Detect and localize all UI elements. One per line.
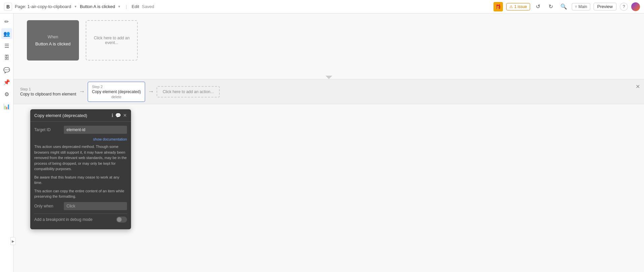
sidebar-item-chat[interactable]: 💬	[1, 65, 12, 75]
add-event-text: Click here to add an event...	[92, 36, 132, 45]
when-trigger: Button A is clicked	[35, 41, 71, 46]
step1-content: Copy to clipboard from element	[20, 92, 76, 96]
target-id-input[interactable]	[64, 126, 127, 134]
step1-label: Step 1	[20, 87, 76, 91]
show-docs-link[interactable]: show documentation	[34, 137, 127, 141]
help-button[interactable]: ?	[620, 3, 628, 11]
main-area: When Button A is clicked Click here to a…	[13, 13, 644, 272]
canvas-arrow	[326, 76, 332, 79]
close-steps-button[interactable]: ✕	[636, 83, 640, 90]
only-when-label: Only when	[34, 204, 61, 208]
sidebar-item-list[interactable]: ☰	[1, 40, 12, 51]
add-action-box[interactable]: Click here to add an action...	[157, 86, 220, 98]
panel-comment-button[interactable]: 💬	[115, 113, 121, 118]
step2-item: Step 2 Copy element (deprecated) delete	[88, 82, 145, 102]
panel-title: Copy element (deprecated)	[34, 113, 110, 118]
sidebar-item-pin[interactable]: 📌	[1, 77, 12, 87]
steps-bar: ✕ Step 1 Copy to clipboard from element …	[13, 79, 644, 104]
user-avatar[interactable]	[631, 2, 640, 11]
when-block[interactable]: When Button A is clicked	[27, 20, 79, 61]
workflow-name[interactable]: Button A is clicked	[80, 4, 115, 9]
step-arrow-2: →	[148, 88, 154, 95]
page-chevron[interactable]: ▾	[75, 4, 77, 9]
panel-info-button[interactable]: ℹ	[112, 113, 113, 118]
breakpoint-toggle[interactable]	[116, 217, 127, 223]
sidebar-item-database[interactable]: 🗄	[1, 52, 12, 63]
branch-icon: ⑂	[575, 4, 577, 9]
add-event-block[interactable]: Click here to add an event...	[86, 20, 138, 61]
workflow-canvas: When Button A is clicked Click here to a…	[13, 13, 644, 79]
topbar-right: 🎁 ⚠ 1 issue ↺ ↻ 🔍 ⑂ Main Preview ?	[493, 2, 640, 11]
sidebar-item-users[interactable]: 👥	[1, 28, 12, 39]
warning-icon: ⚠	[509, 4, 513, 9]
when-label: When	[48, 35, 58, 39]
issue-badge[interactable]: ⚠ 1 issue	[506, 3, 530, 10]
topbar: B Page: 1-air-copy-to-clipboard ▾ Button…	[0, 0, 644, 13]
panel-close-button[interactable]: ✕	[123, 113, 127, 118]
saved-status: Saved	[142, 4, 154, 9]
sidebar: ✏ 👥 ☰ 🗄 💬 📌 ⚙ 📊 ▶	[0, 13, 13, 272]
panel-body: Target ID show documentation This action…	[30, 122, 131, 229]
gift-button[interactable]: 🎁	[493, 2, 503, 11]
branch-selector[interactable]: ⑂ Main	[572, 3, 590, 10]
sidebar-item-gear[interactable]: ⚙	[1, 89, 12, 100]
step1-box[interactable]: Step 1 Copy to clipboard from element	[20, 87, 76, 96]
workflow-chevron[interactable]: ▾	[118, 4, 120, 9]
target-id-label: Target ID	[34, 127, 61, 132]
panel-header: Copy element (deprecated) ℹ 💬 ✕	[30, 109, 131, 122]
redo-button[interactable]: ↻	[546, 2, 556, 11]
edit-label[interactable]: Edit	[132, 4, 139, 9]
app-logo: B	[4, 3, 12, 11]
step2-box[interactable]: Step 2 Copy element (deprecated) delete	[88, 82, 145, 102]
step1-item: Step 1 Copy to clipboard from element	[20, 87, 76, 96]
sidebar-item-chart[interactable]: 📊	[1, 101, 12, 112]
only-when-input[interactable]	[64, 202, 127, 210]
add-action-text: Click here to add an action...	[163, 89, 214, 94]
step-arrow-1: →	[79, 88, 85, 95]
step2-content: Copy element (deprecated)	[92, 89, 141, 94]
issue-count: 1 issue	[514, 4, 527, 9]
target-id-row: Target ID	[34, 126, 127, 134]
warning-text-1: This action uses deprecated method. Thou…	[34, 144, 127, 172]
sidebar-collapse-button[interactable]: ▶	[10, 237, 16, 245]
step2-delete[interactable]: delete	[92, 95, 141, 99]
sidebar-item-pencil[interactable]: ✏	[1, 16, 12, 27]
breakpoint-row: Add a breakpoint in debug mode	[34, 213, 127, 225]
copy-element-panel: Copy element (deprecated) ℹ 💬 ✕ Target I…	[30, 109, 131, 229]
only-when-row: Only when	[34, 202, 127, 210]
warning-text-2: Be aware that this feature may cease to …	[34, 174, 127, 186]
warning-text-3: This action can copy the entire content …	[34, 188, 127, 199]
step2-label: Step 2	[92, 85, 141, 89]
page-name[interactable]: Page: 1-air-copy-to-clipboard	[15, 4, 71, 9]
search-button[interactable]: 🔍	[559, 2, 568, 11]
breakpoint-label: Add a breakpoint in debug mode	[34, 217, 92, 222]
preview-button[interactable]: Preview	[594, 3, 616, 10]
branch-name: Main	[578, 4, 587, 9]
undo-button[interactable]: ↺	[533, 2, 543, 11]
